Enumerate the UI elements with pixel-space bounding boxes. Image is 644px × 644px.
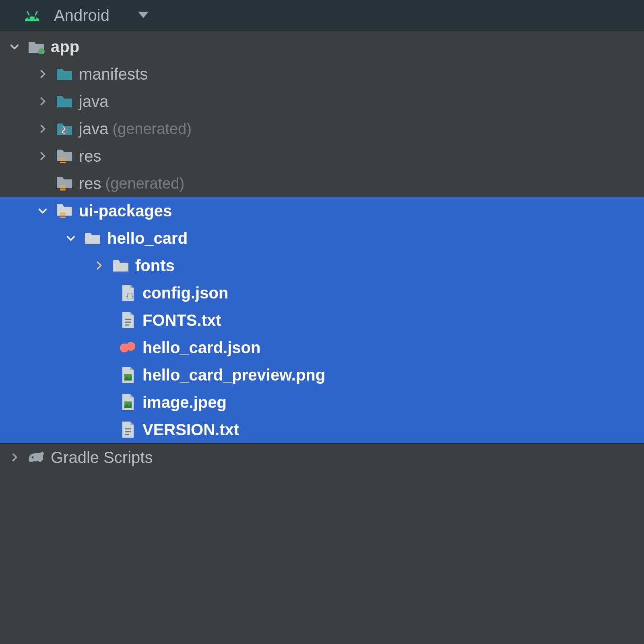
- svg-line-2: [27, 12, 29, 15]
- tree-node-java[interactable]: java: [0, 88, 644, 115]
- chevron-down-icon[interactable]: [5, 37, 24, 56]
- text-file-icon: [118, 311, 138, 330]
- chevron-down-icon[interactable]: [33, 201, 52, 220]
- folder-icon: [111, 256, 130, 275]
- node-label: image.jpeg: [142, 393, 227, 412]
- project-view-header[interactable]: Android: [0, 0, 644, 31]
- chevron-right-icon[interactable]: [33, 119, 52, 138]
- node-label: res: [79, 147, 101, 165]
- tree-node-fonts[interactable]: fonts: [0, 252, 644, 279]
- tree-node-app[interactable]: app: [0, 33, 644, 60]
- relay-file-icon: [118, 338, 138, 357]
- svg-text:{}: {}: [126, 292, 134, 300]
- chevron-right-icon[interactable]: [33, 146, 52, 166]
- svg-line-3: [35, 12, 37, 15]
- tree-node-res-generated[interactable]: res (generated): [0, 170, 644, 197]
- project-view-label: Android: [54, 6, 109, 25]
- tree-node-preview-png[interactable]: hello_card_preview.png: [0, 361, 644, 389]
- folder-icon: [55, 92, 74, 111]
- node-suffix: (generated): [105, 175, 184, 192]
- tree-node-image-jpeg[interactable]: image.jpeg: [0, 389, 644, 416]
- dropdown-triangle-icon[interactable]: [134, 6, 153, 25]
- folder-icon: [83, 228, 102, 248]
- image-file-icon: [118, 365, 138, 385]
- svg-point-20: [126, 342, 135, 351]
- tree-node-version-txt[interactable]: VERSION.txt: [0, 416, 644, 443]
- tree-node-config-json[interactable]: {} config.json: [0, 279, 644, 307]
- tree-node-res[interactable]: res: [0, 142, 644, 170]
- tree-node-ui-packages[interactable]: ui-packages: [0, 197, 644, 224]
- node-label: res: [79, 175, 101, 193]
- node-label: VERSION.txt: [142, 421, 239, 439]
- tree-node-java-generated[interactable]: java (generated): [0, 115, 644, 142]
- resource-folder-icon: [55, 174, 74, 193]
- node-label: hello_card: [107, 229, 188, 247]
- gradle-elephant-icon: [27, 448, 46, 467]
- tree-node-gradle-scripts[interactable]: Gradle Scripts: [0, 443, 644, 471]
- generated-folder-icon: [55, 119, 74, 138]
- chevron-right-icon[interactable]: [33, 64, 52, 84]
- json-file-icon: {}: [118, 283, 138, 302]
- image-file-icon: [118, 393, 138, 412]
- node-label: Gradle Scripts: [51, 449, 153, 467]
- text-file-icon: [118, 420, 138, 439]
- resource-folder-icon: [55, 201, 74, 220]
- tree-node-manifests[interactable]: manifests: [0, 60, 644, 88]
- node-label: FONTS.txt: [142, 311, 221, 329]
- module-folder-icon: [27, 37, 46, 56]
- android-robot-icon: [23, 6, 42, 25]
- node-label: java: [79, 120, 108, 138]
- chevron-right-icon[interactable]: [33, 92, 52, 111]
- folder-icon: [55, 64, 74, 84]
- tree-node-hello-card[interactable]: hello_card: [0, 224, 644, 252]
- tree-node-hello-card-json[interactable]: hello_card.json: [0, 334, 644, 361]
- node-label: hello_card_preview.png: [142, 366, 325, 384]
- chevron-right-icon[interactable]: [89, 256, 109, 275]
- resource-folder-icon: [55, 146, 74, 166]
- node-suffix: (generated): [112, 120, 191, 138]
- svg-point-26: [32, 457, 34, 459]
- chevron-right-icon[interactable]: [5, 448, 24, 467]
- node-label: hello_card.json: [142, 339, 260, 357]
- tree-node-fonts-txt[interactable]: FONTS.txt: [0, 307, 644, 334]
- node-label: app: [51, 38, 79, 56]
- node-label: manifests: [79, 65, 148, 83]
- node-label: ui-packages: [79, 202, 172, 220]
- node-label: java: [79, 93, 108, 111]
- node-label: fonts: [135, 257, 175, 275]
- node-label: config.json: [142, 284, 228, 302]
- project-tree[interactable]: app manifests java: [0, 31, 644, 471]
- svg-point-1: [35, 17, 37, 19]
- chevron-down-icon[interactable]: [61, 228, 80, 248]
- svg-point-0: [28, 17, 30, 19]
